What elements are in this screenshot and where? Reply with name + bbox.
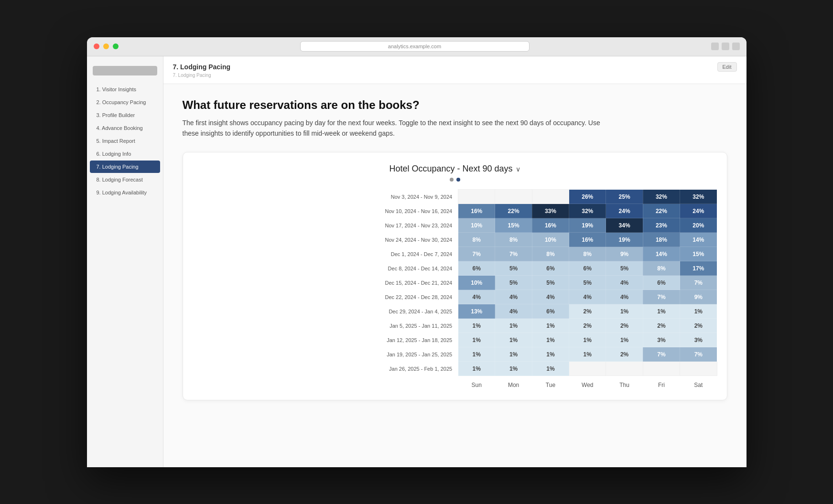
sidebar-item[interactable]: 7. Lodging Pacing: [90, 161, 160, 173]
table-row: Jan 5, 2025 - Jan 11, 20251%1%1%2%2%2%2%: [193, 319, 717, 333]
titlebar: analytics.example.com: [87, 37, 746, 56]
occupancy-cell: [680, 362, 717, 376]
occupancy-cell: 19%: [569, 218, 606, 233]
occupancy-cell: 1%: [532, 333, 569, 347]
occupancy-cell: [495, 190, 532, 204]
occupancy-cell: 18%: [643, 233, 680, 247]
occupancy-cell: 5%: [495, 261, 532, 276]
occupancy-cell: 2%: [606, 319, 643, 333]
sidebar-item[interactable]: 8. Lodging Forecast: [90, 173, 160, 186]
row-label: Jan 26, 2025 - Feb 1, 2025: [193, 362, 458, 376]
table-row: Jan 19, 2025 - Jan 25, 20251%1%1%1%2%7%7…: [193, 347, 717, 362]
occupancy-cell: 1%: [569, 347, 606, 362]
day-column-header: Tue: [532, 376, 569, 390]
occupancy-cell: 32%: [569, 204, 606, 218]
occupancy-cell: 7%: [495, 247, 532, 261]
occupancy-cell: 1%: [569, 333, 606, 347]
occupancy-cell: 1%: [495, 347, 532, 362]
occupancy-cell: 5%: [532, 276, 569, 290]
occupancy-cell: 24%: [680, 204, 717, 218]
minimize-button[interactable]: [103, 43, 109, 49]
occupancy-cell: 33%: [532, 204, 569, 218]
sidebar-item[interactable]: 4. Advance Booking: [90, 122, 160, 134]
table-row: Jan 12, 2025 - Jan 18, 20251%1%1%1%1%3%3…: [193, 333, 717, 347]
occupancy-cell: 4%: [532, 290, 569, 304]
occupancy-cell: 16%: [458, 204, 495, 218]
occupancy-cell: 6%: [569, 261, 606, 276]
row-label: Nov 3, 2024 - Nov 9, 2024: [193, 190, 458, 204]
row-label: Nov 24, 2024 - Nov 30, 2024: [193, 233, 458, 247]
occupancy-cell: 4%: [495, 290, 532, 304]
table-row: Nov 24, 2024 - Nov 30, 20248%8%10%16%19%…: [193, 233, 717, 247]
occupancy-cell: 4%: [458, 290, 495, 304]
carousel-dot[interactable]: [456, 178, 460, 182]
occupancy-cell: 1%: [458, 362, 495, 376]
occupancy-table: Nov 3, 2024 - Nov 9, 202426%25%32%32%Nov…: [193, 189, 717, 390]
table-row: Dec 15, 2024 - Dec 21, 202410%5%5%5%4%6%…: [193, 276, 717, 290]
column-header-row: SunMonTueWedThuFriSat: [193, 376, 717, 390]
occupancy-cell: 15%: [680, 247, 717, 261]
table-row: Nov 10, 2024 - Nov 16, 202416%22%33%32%2…: [193, 204, 717, 218]
table-row: Dec 29, 2024 - Jan 4, 202513%4%6%2%1%1%1…: [193, 304, 717, 319]
edit-button[interactable]: Edit: [717, 62, 737, 72]
occupancy-cell: 1%: [495, 362, 532, 376]
row-label: Nov 10, 2024 - Nov 16, 2024: [193, 204, 458, 218]
sidebar-item[interactable]: 1. Visitor Insights: [90, 83, 160, 96]
day-column-header: Wed: [569, 376, 606, 390]
occupancy-cell: 8%: [495, 233, 532, 247]
occupancy-cell: 1%: [495, 319, 532, 333]
app-body: 1. Visitor Insights2. Occupancy Pacing3.…: [87, 56, 746, 467]
occupancy-cell: 10%: [458, 276, 495, 290]
occupancy-cell: 10%: [458, 218, 495, 233]
occupancy-cell: 7%: [680, 347, 717, 362]
occupancy-cell: 7%: [458, 247, 495, 261]
sidebar-item[interactable]: 5. Impact Report: [90, 135, 160, 147]
occupancy-cell: 8%: [532, 247, 569, 261]
occupancy-cell: 17%: [680, 261, 717, 276]
sidebar-item[interactable]: 9. Lodging Availability: [90, 186, 160, 199]
occupancy-cell: 24%: [606, 204, 643, 218]
occupancy-cell: 1%: [458, 319, 495, 333]
table-row: Dec 1, 2024 - Dec 7, 20247%7%8%8%9%14%15…: [193, 247, 717, 261]
occupancy-cell: 2%: [643, 319, 680, 333]
occupancy-cell: 22%: [495, 204, 532, 218]
occupancy-cell: 4%: [495, 304, 532, 319]
occupancy-cell: 22%: [643, 204, 680, 218]
occupancy-cell: 2%: [606, 347, 643, 362]
carousel-dot[interactable]: [450, 178, 454, 182]
occupancy-cell: 7%: [643, 290, 680, 304]
occupancy-cell: [532, 190, 569, 204]
occupancy-cell: 2%: [569, 319, 606, 333]
content-area: What future reservations are on the book…: [163, 84, 746, 467]
occupancy-cell: [569, 362, 606, 376]
table-row: Dec 8, 2024 - Dec 14, 20246%5%6%6%5%8%17…: [193, 261, 717, 276]
sidebar-item[interactable]: 3. Profile Builder: [90, 109, 160, 121]
day-column-header: Mon: [495, 376, 532, 390]
dropdown-arrow-icon[interactable]: ∨: [516, 165, 520, 173]
section-description: The first insight shows occupancy pacing…: [183, 118, 613, 139]
occupancy-cell: 6%: [458, 261, 495, 276]
row-label: Dec 22, 2024 - Dec 28, 2024: [193, 290, 458, 304]
sidebar: 1. Visitor Insights2. Occupancy Pacing3.…: [87, 56, 163, 467]
occupancy-cell: 19%: [606, 233, 643, 247]
chart-dots: [193, 178, 717, 182]
day-column-header: Fri: [643, 376, 680, 390]
occupancy-cell: 3%: [680, 333, 717, 347]
window-title: analytics.example.com: [122, 41, 707, 52]
row-label: Jan 5, 2025 - Jan 11, 2025: [193, 319, 458, 333]
occupancy-cell: 32%: [680, 190, 717, 204]
occupancy-cell: 4%: [606, 290, 643, 304]
occupancy-cell: 2%: [569, 304, 606, 319]
occupancy-cell: 13%: [458, 304, 495, 319]
close-button[interactable]: [94, 43, 99, 49]
sidebar-item[interactable]: 6. Lodging Info: [90, 148, 160, 160]
occupancy-cell: 16%: [532, 218, 569, 233]
chart-container: Hotel Occupancy - Next 90 days ∨ Nov 3, …: [183, 152, 727, 400]
maximize-button[interactable]: [113, 43, 119, 49]
occupancy-cell: 4%: [606, 276, 643, 290]
occupancy-cell: 7%: [680, 276, 717, 290]
sidebar-item[interactable]: 2. Occupancy Pacing: [90, 96, 160, 108]
row-label: Dec 29, 2024 - Jan 4, 2025: [193, 304, 458, 319]
content-header: 7. Lodging Pacing Edit 7. Lodging Pacing: [163, 56, 746, 84]
occupancy-cell: 32%: [643, 190, 680, 204]
